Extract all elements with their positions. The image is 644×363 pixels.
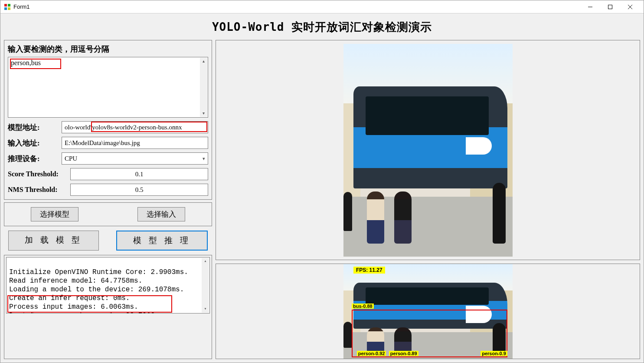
input-path-input[interactable] [62, 137, 208, 149]
log-output: Initialize OpenVINO Runtime Core: 2.9903… [6, 257, 210, 314]
scroll-up-icon: ▴ [203, 58, 205, 65]
detection-label-person1: person-0.92 [357, 351, 386, 356]
page-title: YOLO-World 实时开放词汇对象检测演示 [0, 13, 644, 40]
score-threshold-input[interactable] [70, 168, 208, 180]
nms-threshold-input[interactable] [70, 184, 208, 196]
minimize-icon [588, 5, 592, 9]
close-icon [628, 5, 632, 9]
maximize-button[interactable] [600, 0, 620, 13]
svg-rect-1 [608, 5, 612, 9]
close-button[interactable] [620, 0, 640, 13]
scroll-down-icon: ▾ [203, 110, 205, 117]
maximize-icon [608, 5, 612, 9]
classes-textarea-wrap: ▴▾ [8, 57, 208, 118]
infer-button[interactable]: 模 型 推 理 [116, 231, 208, 251]
detection-label-bus: bus-0.88 [352, 304, 374, 309]
original-image-panel [216, 40, 640, 260]
select-input-button[interactable]: 选择输入 [137, 207, 185, 221]
device-select[interactable]: CPU ▾ [62, 152, 208, 165]
select-model-button[interactable]: 选择模型 [31, 207, 78, 221]
result-image: FPS: 11.27 bus-0.88 person-0.92 person-0… [343, 264, 513, 359]
scrollbar[interactable]: ▴▾ [200, 58, 207, 117]
result-image-panel: FPS: 11.27 bus-0.88 person-0.92 person-0… [216, 264, 640, 359]
detection-label-person3: person-0.9 [481, 351, 507, 356]
input-path-label: 输入地址: [8, 138, 60, 148]
model-path-label: 模型地址: [8, 122, 60, 132]
fps-label: FPS: 11.27 [353, 267, 385, 274]
score-threshold-label: Score Threshold: [8, 170, 69, 178]
titlebar: Form1 [0, 0, 644, 13]
scrollbar[interactable]: ▴▾ [202, 258, 209, 313]
chevron-down-icon: ▾ [203, 156, 205, 162]
detection-label-person2: person-0.89 [389, 351, 418, 356]
original-image [343, 44, 513, 257]
window-title: Form1 [13, 3, 30, 10]
app-icon [4, 3, 11, 10]
device-label: 推理设备: [8, 154, 60, 164]
nms-threshold-label: NMS Threshold: [8, 186, 69, 194]
load-model-button[interactable]: 加 载 模 型 [8, 231, 99, 251]
model-path-input[interactable] [62, 121, 208, 133]
detection-box-bus [352, 310, 507, 357]
scroll-up-icon: ▴ [204, 258, 206, 265]
classes-input[interactable] [11, 59, 205, 116]
device-value: CPU [65, 155, 77, 162]
classes-label: 输入要检测的类，用逗号分隔 [8, 44, 208, 54]
minimize-button[interactable] [580, 0, 600, 13]
scroll-down-icon: ▾ [204, 306, 206, 313]
